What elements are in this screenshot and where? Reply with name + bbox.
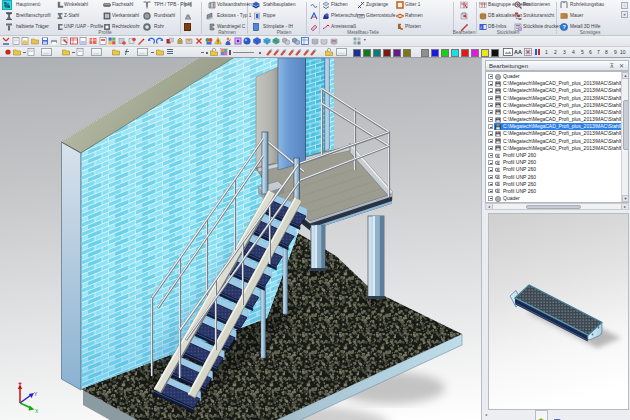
- svg-text:X: X: [35, 408, 39, 414]
- svg-text:Y: Y: [34, 391, 38, 397]
- svg-text:?: ?: [563, 24, 566, 30]
- svg-text:GRP: GRP: [358, 14, 364, 18]
